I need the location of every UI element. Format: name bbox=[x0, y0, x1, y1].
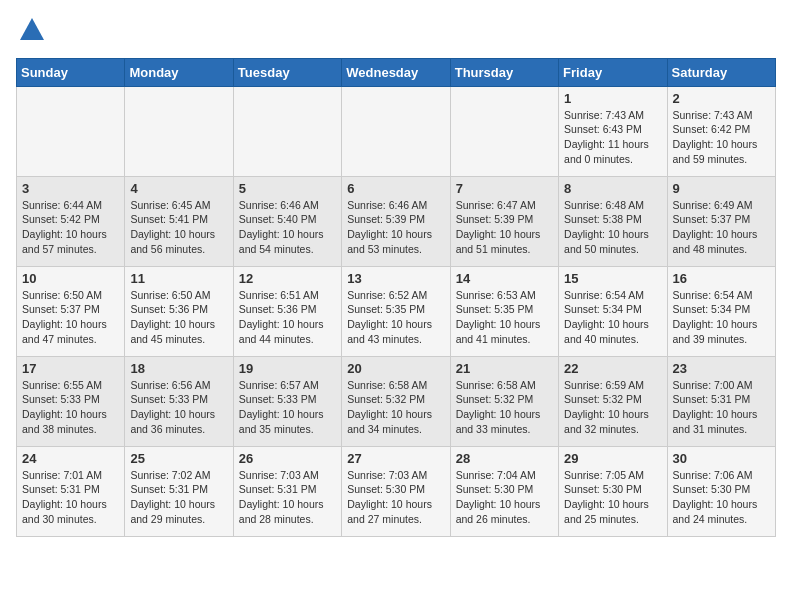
day-cell-11: 11Sunrise: 6:50 AMSunset: 5:36 PMDayligh… bbox=[125, 266, 233, 356]
day-cell-23: 23Sunrise: 7:00 AMSunset: 5:31 PMDayligh… bbox=[667, 356, 775, 446]
empty-cell bbox=[233, 86, 341, 176]
empty-cell bbox=[125, 86, 233, 176]
logo-icon bbox=[18, 16, 46, 44]
day-info: Sunrise: 7:00 AMSunset: 5:31 PMDaylight:… bbox=[673, 378, 770, 437]
empty-cell bbox=[342, 86, 450, 176]
day-cell-13: 13Sunrise: 6:52 AMSunset: 5:35 PMDayligh… bbox=[342, 266, 450, 356]
day-number: 19 bbox=[239, 361, 336, 376]
svg-marker-0 bbox=[20, 18, 44, 40]
week-row-1: 1Sunrise: 7:43 AMSunset: 6:43 PMDaylight… bbox=[17, 86, 776, 176]
day-number: 7 bbox=[456, 181, 553, 196]
day-number: 5 bbox=[239, 181, 336, 196]
day-number: 20 bbox=[347, 361, 444, 376]
header-thursday: Thursday bbox=[450, 58, 558, 86]
header-saturday: Saturday bbox=[667, 58, 775, 86]
day-number: 28 bbox=[456, 451, 553, 466]
day-number: 23 bbox=[673, 361, 770, 376]
day-info: Sunrise: 6:58 AMSunset: 5:32 PMDaylight:… bbox=[347, 378, 444, 437]
day-cell-18: 18Sunrise: 6:56 AMSunset: 5:33 PMDayligh… bbox=[125, 356, 233, 446]
day-cell-22: 22Sunrise: 6:59 AMSunset: 5:32 PMDayligh… bbox=[559, 356, 667, 446]
day-cell-2: 2Sunrise: 7:43 AMSunset: 6:42 PMDaylight… bbox=[667, 86, 775, 176]
day-cell-24: 24Sunrise: 7:01 AMSunset: 5:31 PMDayligh… bbox=[17, 446, 125, 536]
day-info: Sunrise: 6:48 AMSunset: 5:38 PMDaylight:… bbox=[564, 198, 661, 257]
day-info: Sunrise: 7:03 AMSunset: 5:30 PMDaylight:… bbox=[347, 468, 444, 527]
calendar-table: SundayMondayTuesdayWednesdayThursdayFrid… bbox=[16, 58, 776, 537]
day-number: 9 bbox=[673, 181, 770, 196]
day-cell-4: 4Sunrise: 6:45 AMSunset: 5:41 PMDaylight… bbox=[125, 176, 233, 266]
day-number: 24 bbox=[22, 451, 119, 466]
day-info: Sunrise: 6:49 AMSunset: 5:37 PMDaylight:… bbox=[673, 198, 770, 257]
day-cell-12: 12Sunrise: 6:51 AMSunset: 5:36 PMDayligh… bbox=[233, 266, 341, 356]
day-info: Sunrise: 6:54 AMSunset: 5:34 PMDaylight:… bbox=[564, 288, 661, 347]
day-number: 11 bbox=[130, 271, 227, 286]
day-number: 30 bbox=[673, 451, 770, 466]
day-info: Sunrise: 6:44 AMSunset: 5:42 PMDaylight:… bbox=[22, 198, 119, 257]
day-info: Sunrise: 6:52 AMSunset: 5:35 PMDaylight:… bbox=[347, 288, 444, 347]
day-cell-10: 10Sunrise: 6:50 AMSunset: 5:37 PMDayligh… bbox=[17, 266, 125, 356]
day-cell-20: 20Sunrise: 6:58 AMSunset: 5:32 PMDayligh… bbox=[342, 356, 450, 446]
day-cell-14: 14Sunrise: 6:53 AMSunset: 5:35 PMDayligh… bbox=[450, 266, 558, 356]
day-cell-15: 15Sunrise: 6:54 AMSunset: 5:34 PMDayligh… bbox=[559, 266, 667, 356]
week-row-4: 17Sunrise: 6:55 AMSunset: 5:33 PMDayligh… bbox=[17, 356, 776, 446]
day-info: Sunrise: 6:45 AMSunset: 5:41 PMDaylight:… bbox=[130, 198, 227, 257]
day-cell-27: 27Sunrise: 7:03 AMSunset: 5:30 PMDayligh… bbox=[342, 446, 450, 536]
week-row-5: 24Sunrise: 7:01 AMSunset: 5:31 PMDayligh… bbox=[17, 446, 776, 536]
day-cell-7: 7Sunrise: 6:47 AMSunset: 5:39 PMDaylight… bbox=[450, 176, 558, 266]
day-info: Sunrise: 6:54 AMSunset: 5:34 PMDaylight:… bbox=[673, 288, 770, 347]
day-number: 3 bbox=[22, 181, 119, 196]
day-cell-5: 5Sunrise: 6:46 AMSunset: 5:40 PMDaylight… bbox=[233, 176, 341, 266]
day-number: 25 bbox=[130, 451, 227, 466]
day-number: 26 bbox=[239, 451, 336, 466]
header-sunday: Sunday bbox=[17, 58, 125, 86]
day-info: Sunrise: 7:02 AMSunset: 5:31 PMDaylight:… bbox=[130, 468, 227, 527]
week-row-3: 10Sunrise: 6:50 AMSunset: 5:37 PMDayligh… bbox=[17, 266, 776, 356]
day-number: 4 bbox=[130, 181, 227, 196]
day-cell-1: 1Sunrise: 7:43 AMSunset: 6:43 PMDaylight… bbox=[559, 86, 667, 176]
calendar-header-row: SundayMondayTuesdayWednesdayThursdayFrid… bbox=[17, 58, 776, 86]
day-number: 21 bbox=[456, 361, 553, 376]
day-number: 1 bbox=[564, 91, 661, 106]
logo bbox=[16, 16, 46, 50]
day-number: 14 bbox=[456, 271, 553, 286]
header-monday: Monday bbox=[125, 58, 233, 86]
day-cell-26: 26Sunrise: 7:03 AMSunset: 5:31 PMDayligh… bbox=[233, 446, 341, 536]
day-number: 18 bbox=[130, 361, 227, 376]
day-info: Sunrise: 6:57 AMSunset: 5:33 PMDaylight:… bbox=[239, 378, 336, 437]
header-tuesday: Tuesday bbox=[233, 58, 341, 86]
day-info: Sunrise: 7:03 AMSunset: 5:31 PMDaylight:… bbox=[239, 468, 336, 527]
day-cell-17: 17Sunrise: 6:55 AMSunset: 5:33 PMDayligh… bbox=[17, 356, 125, 446]
day-info: Sunrise: 7:01 AMSunset: 5:31 PMDaylight:… bbox=[22, 468, 119, 527]
day-info: Sunrise: 7:06 AMSunset: 5:30 PMDaylight:… bbox=[673, 468, 770, 527]
day-cell-9: 9Sunrise: 6:49 AMSunset: 5:37 PMDaylight… bbox=[667, 176, 775, 266]
day-info: Sunrise: 6:56 AMSunset: 5:33 PMDaylight:… bbox=[130, 378, 227, 437]
day-cell-19: 19Sunrise: 6:57 AMSunset: 5:33 PMDayligh… bbox=[233, 356, 341, 446]
day-info: Sunrise: 6:58 AMSunset: 5:32 PMDaylight:… bbox=[456, 378, 553, 437]
day-number: 6 bbox=[347, 181, 444, 196]
day-info: Sunrise: 6:53 AMSunset: 5:35 PMDaylight:… bbox=[456, 288, 553, 347]
day-cell-28: 28Sunrise: 7:04 AMSunset: 5:30 PMDayligh… bbox=[450, 446, 558, 536]
day-number: 10 bbox=[22, 271, 119, 286]
day-cell-3: 3Sunrise: 6:44 AMSunset: 5:42 PMDaylight… bbox=[17, 176, 125, 266]
day-cell-25: 25Sunrise: 7:02 AMSunset: 5:31 PMDayligh… bbox=[125, 446, 233, 536]
day-info: Sunrise: 7:43 AMSunset: 6:43 PMDaylight:… bbox=[564, 108, 661, 167]
day-cell-29: 29Sunrise: 7:05 AMSunset: 5:30 PMDayligh… bbox=[559, 446, 667, 536]
day-number: 2 bbox=[673, 91, 770, 106]
day-number: 16 bbox=[673, 271, 770, 286]
day-cell-21: 21Sunrise: 6:58 AMSunset: 5:32 PMDayligh… bbox=[450, 356, 558, 446]
day-info: Sunrise: 6:59 AMSunset: 5:32 PMDaylight:… bbox=[564, 378, 661, 437]
day-info: Sunrise: 6:50 AMSunset: 5:37 PMDaylight:… bbox=[22, 288, 119, 347]
day-number: 12 bbox=[239, 271, 336, 286]
day-info: Sunrise: 6:47 AMSunset: 5:39 PMDaylight:… bbox=[456, 198, 553, 257]
day-info: Sunrise: 6:51 AMSunset: 5:36 PMDaylight:… bbox=[239, 288, 336, 347]
day-number: 13 bbox=[347, 271, 444, 286]
page-header bbox=[16, 16, 776, 50]
day-info: Sunrise: 6:46 AMSunset: 5:40 PMDaylight:… bbox=[239, 198, 336, 257]
week-row-2: 3Sunrise: 6:44 AMSunset: 5:42 PMDaylight… bbox=[17, 176, 776, 266]
day-cell-6: 6Sunrise: 6:46 AMSunset: 5:39 PMDaylight… bbox=[342, 176, 450, 266]
day-number: 15 bbox=[564, 271, 661, 286]
day-number: 22 bbox=[564, 361, 661, 376]
day-info: Sunrise: 7:05 AMSunset: 5:30 PMDaylight:… bbox=[564, 468, 661, 527]
header-wednesday: Wednesday bbox=[342, 58, 450, 86]
day-cell-30: 30Sunrise: 7:06 AMSunset: 5:30 PMDayligh… bbox=[667, 446, 775, 536]
empty-cell bbox=[450, 86, 558, 176]
